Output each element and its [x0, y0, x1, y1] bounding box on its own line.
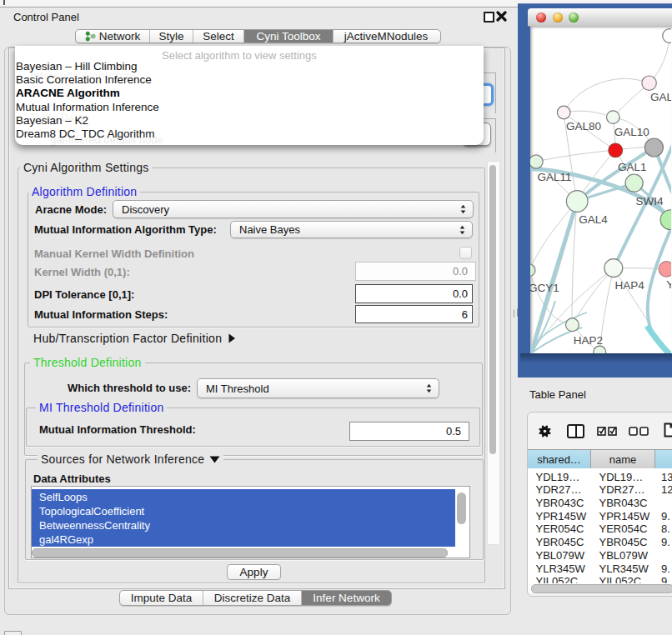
svg-text:HAP4: HAP4 — [615, 279, 645, 292]
svg-text:HAP2: HAP2 — [574, 334, 603, 347]
svg-text:SWI4: SWI4 — [636, 195, 664, 208]
svg-text:Y: Y — [666, 278, 671, 291]
svg-text:GAL1: GAL1 — [618, 161, 647, 173]
svg-text:GAL4: GAL4 — [579, 213, 608, 226]
svg-text:GAL11: GAL11 — [537, 171, 571, 183]
svg-text:GAL7: GAL7 — [650, 91, 671, 103]
svg-text:GAL10: GAL10 — [614, 126, 649, 138]
svg-text:GAL80: GAL80 — [566, 120, 601, 132]
svg-text:GCY1: GCY1 — [530, 282, 559, 294]
